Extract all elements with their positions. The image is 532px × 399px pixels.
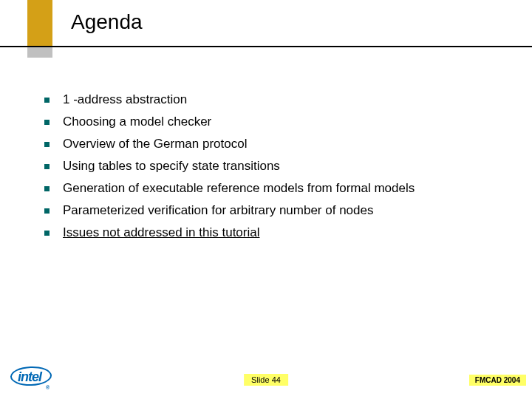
list-item: Overview of the German protocol <box>44 136 502 153</box>
bullet-text: Issues not addressed in this tutorial <box>63 225 259 242</box>
slide-title: Agenda <box>71 10 143 34</box>
bullet-icon <box>44 120 50 125</box>
bullet-icon <box>44 208 50 214</box>
bullet-text: 1 -address abstraction <box>63 92 187 109</box>
bullet-text: Overview of the German protocol <box>63 136 247 153</box>
accent-block-gold <box>27 0 52 46</box>
bullet-list: 1 -address abstraction Choosing a model … <box>44 92 502 247</box>
bullet-text: Choosing a model checker <box>63 114 211 131</box>
bullet-text: Using tables to specify state transition… <box>63 158 280 175</box>
slide-number: Slide 44 <box>244 374 288 386</box>
bullet-icon <box>44 231 50 236</box>
list-item: Generation of executable reference model… <box>44 180 502 197</box>
bullet-text: Generation of executable reference model… <box>63 180 415 197</box>
bullet-icon <box>44 142 50 147</box>
list-item: Choosing a model checker <box>44 114 502 131</box>
list-item: Using tables to specify state transition… <box>44 158 502 175</box>
accent-block-grey <box>27 46 52 58</box>
bullet-icon <box>44 164 50 169</box>
bullet-text: Parameterized verification for arbitrary… <box>63 202 373 219</box>
list-item: Parameterized verification for arbitrary… <box>44 202 502 219</box>
conference-label: FMCAD 2004 <box>469 375 526 386</box>
logo-text: intel <box>13 368 46 386</box>
slide-footer: intel ® Slide 44 FMCAD 2004 <box>0 369 532 392</box>
header-divider <box>0 46 532 47</box>
trademark-icon: ® <box>46 385 49 390</box>
bullet-icon <box>44 186 50 191</box>
intel-logo: intel ® <box>13 368 49 386</box>
bullet-icon <box>44 98 50 103</box>
slide-header: Agenda <box>0 0 532 58</box>
list-item: Issues not addressed in this tutorial <box>44 225 502 242</box>
list-item: 1 -address abstraction <box>44 92 502 109</box>
